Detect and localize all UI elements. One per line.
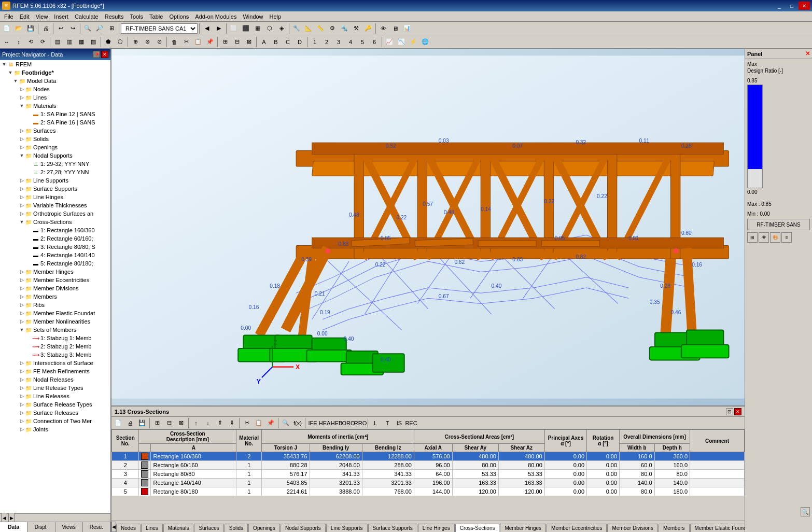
tool12[interactable]: 🔑 bbox=[362, 23, 374, 34]
t2-11[interactable]: ⊕ bbox=[130, 36, 141, 48]
tree-item-rfem[interactable]: ▼ 🖥 RFEM bbox=[0, 60, 110, 68]
tool5[interactable]: ◈ bbox=[276, 23, 287, 34]
save-button[interactable]: 💾 bbox=[25, 23, 36, 34]
t2-13[interactable]: ⊘ bbox=[153, 36, 165, 48]
table-float-button[interactable]: ⊡ bbox=[726, 408, 733, 415]
tt-4[interactable]: ⊞ bbox=[151, 417, 163, 429]
menu-options[interactable]: Options bbox=[166, 13, 192, 20]
tt-18[interactable]: HEB bbox=[331, 417, 342, 429]
tree-item-ribs[interactable]: ▷ 📁 Ribs bbox=[0, 301, 110, 309]
tree-item-ns2[interactable]: ⊥ 2: 27,28; YYY YNN bbox=[0, 168, 110, 176]
nav-tab-data[interactable]: Data bbox=[0, 522, 27, 532]
tt-22[interactable]: T bbox=[382, 417, 393, 429]
tab-solids[interactable]: Solids bbox=[225, 524, 248, 532]
tt-17[interactable]: HEA bbox=[319, 417, 330, 429]
tab-line-supports[interactable]: Line Supports bbox=[326, 524, 368, 532]
module-dropdown[interactable]: RF-TIMBER SANS CA1 bbox=[121, 23, 198, 34]
tree-item-line-hinges[interactable]: ▷ 📁 Line Hinges bbox=[0, 193, 110, 201]
t2-20[interactable]: ⊠ bbox=[243, 36, 255, 48]
tree-item-sets-of-members[interactable]: ▼ 📁 Sets of Members bbox=[0, 326, 110, 334]
tree-item-surface-releases[interactable]: ▷ 📁 Surface Releases bbox=[0, 409, 110, 417]
next-button[interactable]: ▶ bbox=[213, 23, 225, 34]
tree-item-set1[interactable]: ⟿ 1: Stabzug 1: Memb bbox=[0, 334, 110, 342]
tab-openings[interactable]: Openings bbox=[248, 524, 280, 532]
t2-9[interactable]: ⬟ bbox=[103, 36, 114, 48]
tree-item-model-data[interactable]: ▼ 📁 Model Data bbox=[0, 77, 110, 85]
t2-15[interactable]: ✂ bbox=[180, 36, 192, 48]
tree-item-material2[interactable]: ▬ 2: SA Pine 16 | SANS bbox=[0, 118, 110, 127]
tt-1[interactable]: 📄 bbox=[113, 417, 124, 429]
tree-item-member-elastic[interactable]: ▷ 📁 Member Elastic Foundat bbox=[0, 309, 110, 317]
t2-25[interactable]: 1 bbox=[309, 36, 320, 48]
tt-6[interactable]: ⊠ bbox=[175, 417, 187, 429]
tab-nodes[interactable]: Nodes bbox=[116, 524, 141, 532]
table-row[interactable]: 1 Rectangle 160/360 2 35433.76 62208.00 … bbox=[112, 452, 745, 461]
tree-item-cs5[interactable]: ▬ 5: Rectangle 80/180; bbox=[0, 259, 110, 268]
tree-item-solids[interactable]: ▷ 📁 Solids bbox=[0, 135, 110, 143]
tree-item-line-supports[interactable]: ▷ 📁 Line Supports bbox=[0, 176, 110, 185]
tab-materials[interactable]: Materials bbox=[163, 524, 194, 532]
view3[interactable]: 📊 bbox=[401, 23, 413, 34]
t2-19[interactable]: ⊟ bbox=[231, 36, 243, 48]
t2-32[interactable]: 📉 bbox=[396, 36, 407, 48]
tree-item-lines[interactable]: ▷ 📁 Lines bbox=[0, 93, 110, 102]
tool9[interactable]: ⚙ bbox=[327, 23, 338, 34]
tab-surfaces[interactable]: Surfaces bbox=[194, 524, 223, 532]
tt-16[interactable]: IFE bbox=[307, 417, 318, 429]
tab-cross-sections[interactable]: Cross-Sections bbox=[455, 524, 500, 532]
close-button[interactable]: ✕ bbox=[799, 2, 810, 10]
panel-icon-3[interactable]: 🎨 bbox=[770, 232, 780, 243]
tree-item-materials[interactable]: ▼ 📁 Materials bbox=[0, 102, 110, 110]
t2-12[interactable]: ⊗ bbox=[142, 36, 153, 48]
panel-icon-1[interactable]: ⊞ bbox=[747, 232, 758, 243]
tool4[interactable]: ⬡ bbox=[264, 23, 275, 34]
tool3[interactable]: ▦ bbox=[252, 23, 263, 34]
menu-window[interactable]: Window bbox=[240, 13, 266, 20]
magnifier-button[interactable]: 🔍 bbox=[801, 507, 810, 516]
t2-27[interactable]: 3 bbox=[333, 36, 344, 48]
tree-item-cs4[interactable]: ▬ 4: Rectangle 140/140 bbox=[0, 251, 110, 259]
tool2[interactable]: ⬛ bbox=[240, 23, 251, 34]
view1[interactable]: 👁 bbox=[377, 23, 389, 34]
table-row[interactable]: 2 Rectangle 60/160 1 880.28 2048.00 288.… bbox=[112, 461, 745, 470]
t2-24[interactable]: D bbox=[294, 36, 305, 48]
tool1[interactable]: ⬜ bbox=[228, 23, 240, 34]
tree-item-ns1[interactable]: ⊥ 1: 29-32; YYY NNY bbox=[0, 160, 110, 168]
tt-3[interactable]: 💾 bbox=[136, 417, 148, 429]
tree-item-surface-release-types[interactable]: ▷ 📁 Surface Release Types bbox=[0, 400, 110, 409]
menu-addons[interactable]: Add-on Modules bbox=[192, 13, 240, 20]
tool8[interactable]: 📏 bbox=[315, 23, 326, 34]
minimize-button[interactable]: _ bbox=[774, 2, 785, 10]
tree-item-cross-sections[interactable]: ▼ 📁 Cross-Sections bbox=[0, 218, 110, 226]
view2[interactable]: 🖥 bbox=[389, 23, 401, 34]
t2-18[interactable]: ⊞ bbox=[219, 36, 231, 48]
tab-member-hinges[interactable]: Member Hinges bbox=[500, 524, 546, 532]
panel-icon-2[interactable]: 👁 bbox=[759, 232, 769, 243]
table-close-button[interactable]: ✕ bbox=[734, 408, 741, 415]
panel-close-button[interactable]: ✕ bbox=[805, 50, 810, 57]
t2-6[interactable]: ▥ bbox=[64, 36, 75, 48]
t2-16[interactable]: 📋 bbox=[192, 36, 204, 48]
redo-button[interactable]: ↪ bbox=[67, 23, 78, 34]
zoom-all-button[interactable]: ⊞ bbox=[106, 23, 117, 34]
tab-members[interactable]: Members bbox=[659, 524, 690, 532]
nav-tab-views[interactable]: Views bbox=[55, 522, 83, 532]
tabs-scroll-left[interactable]: ◀ bbox=[111, 522, 116, 532]
menu-view[interactable]: View bbox=[33, 13, 51, 20]
tt-5[interactable]: ⊟ bbox=[163, 417, 175, 429]
tt-24[interactable]: REC bbox=[405, 417, 417, 429]
tree-item-surface-supports[interactable]: ▷ 📁 Surface Supports bbox=[0, 185, 110, 193]
tree-item-connection[interactable]: ▷ 📁 Connection of Two Mer bbox=[0, 417, 110, 425]
t2-10[interactable]: ⬠ bbox=[115, 36, 126, 48]
maximize-button[interactable]: □ bbox=[786, 2, 797, 10]
t2-33[interactable]: ⚡ bbox=[408, 36, 419, 48]
tree-item-intersections[interactable]: ▷ 📁 Intersections of Surface bbox=[0, 359, 110, 367]
tt-10[interactable]: ⇓ bbox=[226, 417, 237, 429]
tree-item-var-thick[interactable]: ▷ 📁 Variable Thicknesses bbox=[0, 201, 110, 209]
t2-26[interactable]: 2 bbox=[321, 36, 332, 48]
prev-button[interactable]: ◀ bbox=[201, 23, 213, 34]
undo-button[interactable]: ↩ bbox=[55, 23, 66, 34]
t2-21[interactable]: A bbox=[258, 36, 270, 48]
rf-timber-button[interactable]: RF-TIMBER SANS bbox=[747, 219, 810, 230]
tree-item-member-hinges[interactable]: ▷ 📁 Member Hinges bbox=[0, 268, 110, 276]
